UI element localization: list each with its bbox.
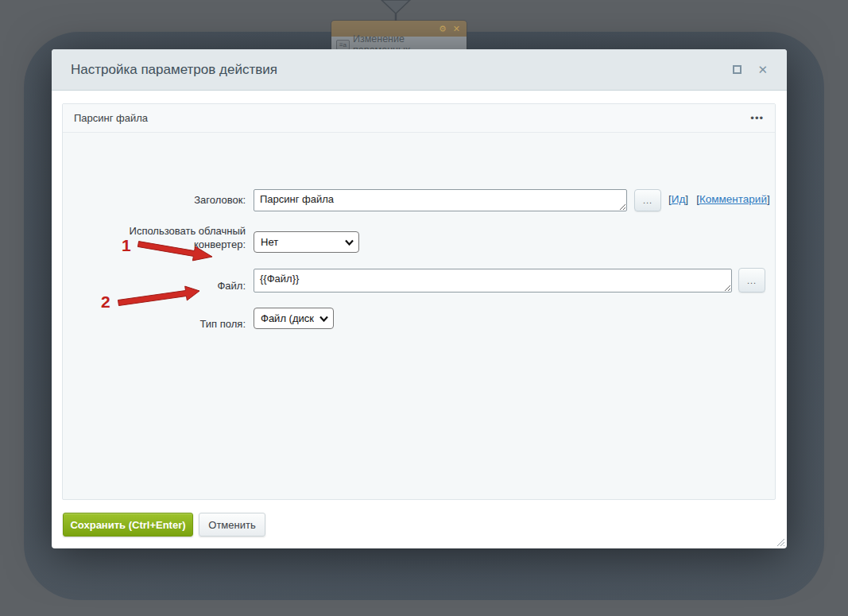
panel-body: Заголовок: Парсинг файла ... [Ид][Коммен…: [63, 133, 775, 499]
converter-label: Использовать облачный конвертер:: [118, 224, 246, 251]
title-label: Заголовок:: [63, 193, 246, 207]
field-type-label: Тип поля:: [63, 317, 246, 331]
dialog-header: Настройка параметров действия ✕: [52, 49, 787, 91]
panel-menu-icon[interactable]: •••: [750, 114, 764, 122]
flowchart-node: ⚙ ✕ ≡a Изменение переменных: [331, 21, 467, 52]
title-more-button[interactable]: ...: [634, 189, 661, 211]
comment-link[interactable]: Комментарий: [699, 193, 767, 205]
converter-select[interactable]: Нет: [254, 231, 359, 253]
panel-title: Парсинг файла: [74, 112, 148, 124]
action-panel: Парсинг файла ••• Заголовок: Парсинг фай…: [62, 103, 776, 500]
id-link[interactable]: Ид: [672, 193, 686, 205]
file-more-button[interactable]: ...: [738, 268, 765, 293]
cancel-button[interactable]: Отменить: [199, 513, 265, 537]
resize-grip[interactable]: [775, 537, 785, 547]
title-input[interactable]: Парсинг файла: [254, 189, 627, 211]
file-label: Файл:: [63, 279, 246, 293]
maximize-icon[interactable]: [733, 65, 742, 74]
action-settings-dialog: Настройка параметров действия ✕ Парсинг …: [52, 49, 787, 548]
file-input[interactable]: {{Файл}}: [254, 269, 732, 293]
variables-icon: ≡a: [336, 40, 350, 50]
node-close-icon[interactable]: ✕: [453, 24, 460, 34]
gear-icon[interactable]: ⚙: [439, 24, 447, 34]
id-bracket-close: ]: [685, 193, 688, 205]
comment-bracket-close: ]: [767, 193, 770, 205]
close-icon[interactable]: ✕: [757, 63, 768, 77]
dialog-title: Настройка параметров действия: [71, 62, 277, 78]
panel-header: Парсинг файла •••: [63, 104, 775, 133]
meta-links: [Ид][Комментарий]: [668, 193, 770, 205]
save-button[interactable]: Сохранить (Ctrl+Enter): [63, 513, 193, 537]
field-type-select[interactable]: Файл (диск): [254, 308, 334, 329]
